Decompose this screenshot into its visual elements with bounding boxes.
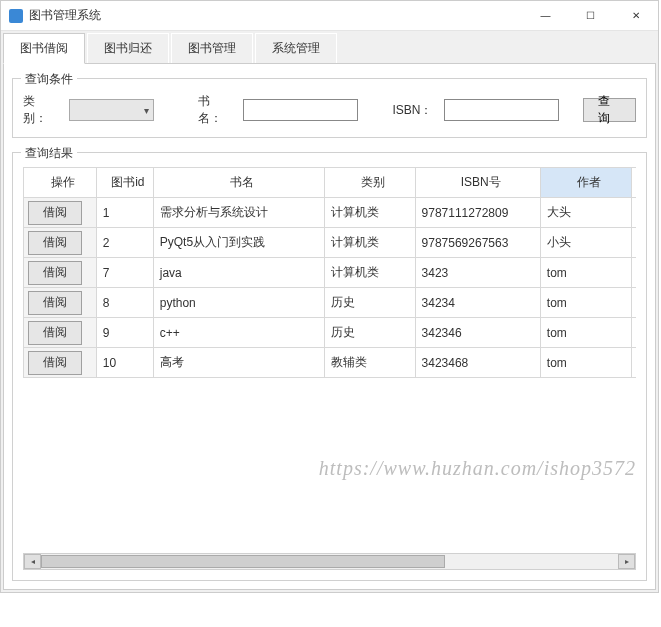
category-combobox[interactable] [69, 99, 154, 121]
horizontal-scrollbar[interactable]: ◂ ▸ [23, 553, 636, 570]
table-container: 操作 图书id 书名 类别 ISBN号 作者 出版 借阅1需求分析与系统设计计算… [23, 167, 636, 553]
cell-category: 教辅类 [324, 348, 415, 378]
app-icon [9, 9, 23, 23]
app-window: 图书管理系统 — ☐ ✕ 图书借阅 图书归还 图书管理 系统管理 查询条件 类别… [0, 0, 659, 593]
scroll-thumb[interactable] [41, 555, 445, 568]
cell-category: 历史 [324, 288, 415, 318]
borrow-button[interactable]: 借阅 [28, 231, 82, 255]
tab-content: 查询条件 类别： 书名： ISBN： 查询 查询结果 操作 [3, 63, 656, 590]
tab-borrow[interactable]: 图书借阅 [3, 33, 85, 64]
cell-isbn: 9787569267563 [415, 228, 540, 258]
cell-name: PyQt5从入门到实践 [153, 228, 324, 258]
minimize-button[interactable]: — [523, 1, 568, 30]
cell-name: python [153, 288, 324, 318]
titlebar: 图书管理系统 — ☐ ✕ [1, 1, 658, 31]
col-header-author[interactable]: 作者 [540, 168, 631, 198]
results-group: 查询结果 操作 图书id 书名 类别 ISBN号 作者 出版 [12, 152, 647, 581]
cell-author: 小头 [540, 228, 631, 258]
col-header-category[interactable]: 类别 [324, 168, 415, 198]
cell-id: 10 [96, 348, 153, 378]
cell-category: 计算机类 [324, 228, 415, 258]
cell-publisher: 苏家屯 [631, 348, 636, 378]
window-controls: — ☐ ✕ [523, 1, 658, 30]
title-label: 书名： [198, 93, 232, 127]
results-group-title: 查询结果 [21, 145, 77, 162]
cell-publisher: 苏家屯 [631, 258, 636, 288]
cell-author: tom [540, 288, 631, 318]
cell-id: 2 [96, 228, 153, 258]
tab-return[interactable]: 图书归还 [87, 33, 169, 64]
cell-isbn: 342346 [415, 318, 540, 348]
cell-name: 需求分析与系统设计 [153, 198, 324, 228]
cell-id: 7 [96, 258, 153, 288]
category-label: 类别： [23, 93, 57, 127]
col-header-op[interactable]: 操作 [24, 168, 97, 198]
cell-isbn: 3423 [415, 258, 540, 288]
table-header-row: 操作 图书id 书名 类别 ISBN号 作者 出版 [24, 168, 637, 198]
cell-publisher: 机械工业 [631, 198, 636, 228]
col-header-isbn[interactable]: ISBN号 [415, 168, 540, 198]
cell-id: 8 [96, 288, 153, 318]
tab-system[interactable]: 系统管理 [255, 33, 337, 64]
cell-author: tom [540, 258, 631, 288]
borrow-button[interactable]: 借阅 [28, 321, 82, 345]
table-row[interactable]: 借阅8python历史34234tom苏家屯 [24, 288, 637, 318]
scroll-left-button[interactable]: ◂ [24, 554, 41, 569]
title-input[interactable] [243, 99, 358, 121]
cell-isbn: 34234 [415, 288, 540, 318]
cell-isbn: 3423468 [415, 348, 540, 378]
search-group: 查询条件 类别： 书名： ISBN： 查询 [12, 78, 647, 138]
cell-publisher: 苏家屯 [631, 288, 636, 318]
isbn-label: ISBN： [392, 102, 432, 119]
scroll-right-button[interactable]: ▸ [618, 554, 635, 569]
search-group-title: 查询条件 [21, 71, 77, 88]
search-button[interactable]: 查询 [583, 98, 636, 122]
isbn-input[interactable] [444, 99, 559, 121]
col-header-id[interactable]: 图书id [96, 168, 153, 198]
table-row[interactable]: 借阅2PyQt5从入门到实践计算机类9787569267563小头吉林大学 [24, 228, 637, 258]
borrow-button[interactable]: 借阅 [28, 291, 82, 315]
cell-author: tom [540, 348, 631, 378]
tab-manage-books[interactable]: 图书管理 [171, 33, 253, 64]
search-row: 类别： 书名： ISBN： 查询 [23, 93, 636, 127]
borrow-button[interactable]: 借阅 [28, 351, 82, 375]
col-header-publisher[interactable]: 出版 [631, 168, 636, 198]
window-title: 图书管理系统 [29, 7, 523, 24]
table-row[interactable]: 借阅1需求分析与系统设计计算机类9787111272809大头机械工业 [24, 198, 637, 228]
cell-name: c++ [153, 318, 324, 348]
col-header-name[interactable]: 书名 [153, 168, 324, 198]
cell-id: 1 [96, 198, 153, 228]
cell-name: 高考 [153, 348, 324, 378]
tab-bar: 图书借阅 图书归还 图书管理 系统管理 [1, 31, 658, 64]
results-table: 操作 图书id 书名 类别 ISBN号 作者 出版 借阅1需求分析与系统设计计算… [23, 167, 636, 378]
close-button[interactable]: ✕ [613, 1, 658, 30]
cell-category: 计算机类 [324, 258, 415, 288]
borrow-button[interactable]: 借阅 [28, 261, 82, 285]
cell-author: 大头 [540, 198, 631, 228]
table-row[interactable]: 借阅7java计算机类3423tom苏家屯 [24, 258, 637, 288]
maximize-button[interactable]: ☐ [568, 1, 613, 30]
cell-id: 9 [96, 318, 153, 348]
cell-isbn: 9787111272809 [415, 198, 540, 228]
scroll-track[interactable] [41, 554, 618, 569]
cell-category: 历史 [324, 318, 415, 348]
borrow-button[interactable]: 借阅 [28, 201, 82, 225]
table-row[interactable]: 借阅10高考教辅类3423468tom苏家屯 [24, 348, 637, 378]
cell-name: java [153, 258, 324, 288]
cell-category: 计算机类 [324, 198, 415, 228]
table-row[interactable]: 借阅9c++历史342346tom苏家屯 [24, 318, 637, 348]
cell-publisher: 苏家屯 [631, 318, 636, 348]
cell-author: tom [540, 318, 631, 348]
cell-publisher: 吉林大学 [631, 228, 636, 258]
